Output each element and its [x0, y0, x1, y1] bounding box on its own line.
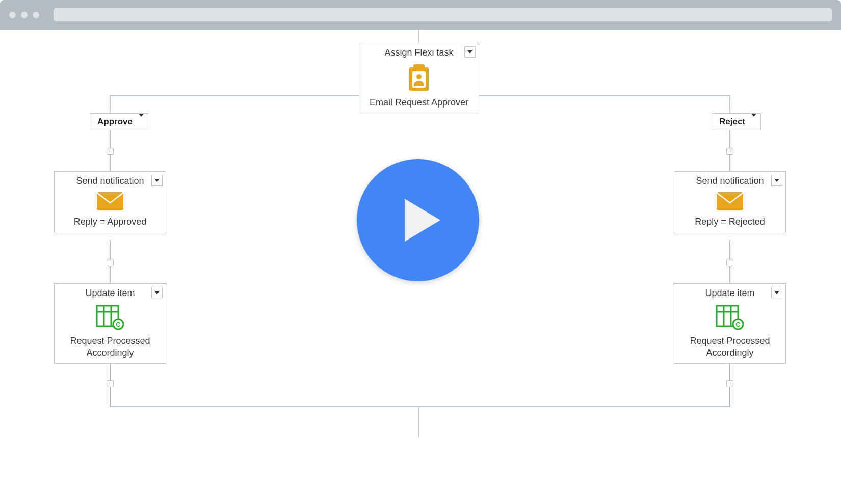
node-send-notification-right[interactable]: Send notification Reply = Rejected — [674, 171, 786, 233]
caret-down-icon — [774, 291, 779, 294]
svg-rect-14 — [717, 192, 743, 210]
node-subtitle: Email Request Approver — [359, 95, 479, 114]
envelope-icon — [55, 189, 166, 214]
svg-text:C: C — [116, 321, 121, 328]
caret-down-icon — [774, 179, 779, 182]
play-button[interactable] — [357, 159, 479, 281]
clipboard-user-icon — [359, 60, 479, 95]
svg-text:C: C — [735, 321, 741, 328]
workflow-canvas: Assign Flexi task Email Request Approver… — [0, 30, 841, 504]
node-title: Send notification — [55, 172, 166, 189]
node-menu-button[interactable] — [151, 175, 163, 186]
play-icon — [405, 199, 440, 242]
node-menu-button[interactable] — [771, 287, 782, 298]
maximize-window-icon[interactable] — [33, 12, 39, 18]
connector-handle[interactable] — [726, 148, 733, 155]
minimize-window-icon[interactable] — [21, 12, 28, 18]
connector-handle[interactable] — [107, 380, 114, 387]
svg-rect-13 — [97, 192, 123, 210]
svg-rect-10 — [413, 64, 425, 70]
node-menu-button[interactable] — [771, 175, 782, 186]
node-subtitle: Request Processed Accordingly — [674, 333, 785, 363]
caret-down-icon — [154, 179, 160, 182]
connector-handle[interactable] — [726, 380, 733, 387]
update-table-icon: C — [674, 301, 785, 333]
node-title: Update item — [55, 284, 166, 301]
svg-point-12 — [416, 74, 422, 79]
branch-label: Reject — [719, 117, 745, 127]
caret-down-icon — [154, 291, 160, 294]
node-subtitle: Reply = Rejected — [674, 214, 785, 233]
node-assign-flexi-task[interactable]: Assign Flexi task Email Request Approver — [359, 43, 479, 114]
node-title: Assign Flexi task — [359, 43, 479, 60]
node-menu-button[interactable] — [151, 287, 163, 298]
connector-handle[interactable] — [107, 148, 114, 155]
caret-down-icon — [139, 114, 144, 126]
window-controls — [9, 12, 39, 18]
close-window-icon[interactable] — [9, 12, 16, 18]
branch-approve[interactable]: Approve — [90, 113, 148, 130]
connector-handle[interactable] — [107, 259, 114, 266]
node-title: Send notification — [674, 172, 785, 189]
node-subtitle: Reply = Approved — [55, 214, 166, 233]
connector-handle[interactable] — [726, 259, 733, 266]
branch-label: Approve — [97, 117, 133, 127]
node-send-notification-left[interactable]: Send notification Reply = Approved — [54, 171, 166, 233]
envelope-icon — [674, 189, 785, 214]
node-subtitle: Request Processed Accordingly — [55, 333, 166, 363]
node-menu-button[interactable] — [464, 46, 476, 58]
node-update-item-right[interactable]: Update item C Request Processed Accordin… — [674, 283, 786, 364]
browser-chrome — [0, 0, 841, 30]
caret-down-icon — [751, 114, 756, 126]
caret-down-icon — [467, 50, 472, 54]
node-update-item-left[interactable]: Update item C Request Processed Accordin… — [54, 283, 166, 364]
address-bar[interactable] — [54, 8, 832, 21]
update-table-icon: C — [55, 301, 166, 333]
node-title: Update item — [674, 284, 785, 301]
branch-reject[interactable]: Reject — [712, 113, 761, 130]
